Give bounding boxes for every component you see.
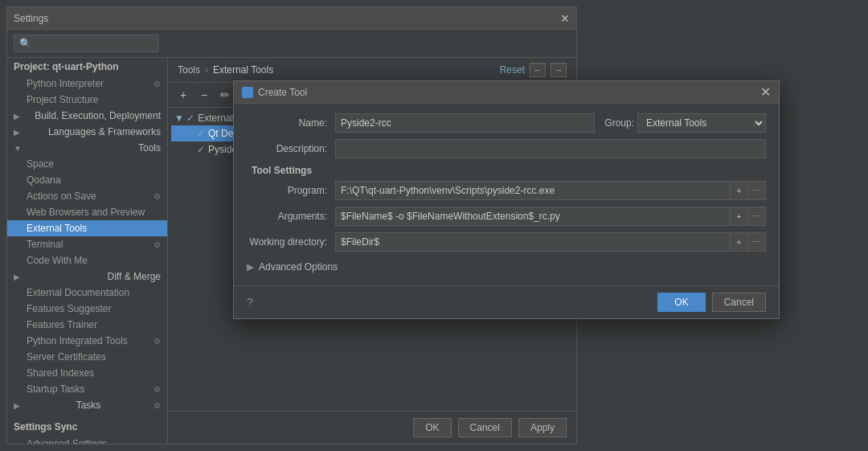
sidebar-item-features-suggester[interactable]: Features Suggester	[7, 301, 167, 317]
gear-icon: ⚙	[154, 192, 161, 201]
sidebar-item-project-structure[interactable]: Project Structure	[7, 92, 167, 108]
name-group-row: Name: Group: External Tools	[247, 113, 766, 133]
program-input[interactable]	[335, 181, 731, 200]
sidebar-item-server-certs[interactable]: Server Certificates	[7, 349, 167, 365]
chevron-right-icon: ▶	[247, 261, 254, 273]
working-dir-label: Working directory:	[247, 236, 335, 248]
name-label: Name:	[247, 117, 335, 129]
check-icon: ✓	[197, 128, 205, 139]
sidebar-item-tasks[interactable]: ▶ Tasks ⚙	[7, 397, 167, 413]
sidebar-item-python-interpreter[interactable]: Python Interpreter ⚙	[7, 76, 167, 92]
arguments-macro-btn[interactable]: ⋯	[748, 207, 766, 226]
dialog-title-label: Create Tool	[258, 87, 307, 98]
sidebar-item-advanced-settings[interactable]: Advanced Settings	[7, 436, 167, 444]
breadcrumb-bar: Tools › External Tools Reset ← →	[168, 58, 576, 83]
apply-button[interactable]: Apply	[518, 418, 567, 437]
sidebar-item-diff[interactable]: ▶ Diff & Merge	[7, 269, 167, 285]
name-field-group: Name:	[247, 113, 595, 133]
gear-icon: ⚙	[154, 240, 161, 249]
chevron-right-icon: ▶	[14, 273, 20, 281]
chevron-down-icon: ▼	[14, 144, 22, 153]
description-row: Description:	[247, 139, 766, 158]
create-tool-dialog: Create Tool ✕ Name: Group: External Tool…	[233, 80, 780, 319]
program-macro-btn[interactable]: ⋯	[748, 181, 766, 200]
sidebar-item-qodana[interactable]: Qodana	[7, 172, 167, 188]
ok-button[interactable]: OK	[413, 418, 451, 437]
breadcrumb: Tools › External Tools	[178, 64, 273, 76]
nav-back-button[interactable]: ←	[530, 63, 546, 77]
help-icon[interactable]: ?	[247, 296, 253, 309]
settings-sync-header: Settings Sync	[7, 418, 167, 436]
group-field-group: Group: External Tools	[604, 113, 766, 133]
reset-button[interactable]: Reset	[500, 64, 525, 76]
bottom-bar: OK Cancel Apply	[168, 411, 576, 444]
working-dir-field-group: + ⋯	[335, 232, 766, 252]
sidebar: Project: qt-uart-Python Python Interpret…	[7, 58, 168, 444]
search-area	[7, 30, 576, 58]
gear-icon: ⚙	[154, 401, 161, 410]
settings-close-button[interactable]: ✕	[560, 12, 570, 25]
program-row: Program: + ⋯	[247, 181, 766, 200]
search-input[interactable]	[14, 35, 158, 52]
check-icon: ✓	[197, 144, 205, 155]
sidebar-item-actions-on-save[interactable]: Actions on Save ⚙	[7, 188, 167, 204]
sidebar-item-external-tools[interactable]: External Tools	[7, 220, 167, 236]
advanced-options-section[interactable]: ▶ Advanced Options	[247, 258, 766, 276]
working-dir-input[interactable]	[335, 232, 731, 252]
edit-tool-button[interactable]: ✏	[216, 86, 234, 104]
project-header: Project: qt-uart-Python	[7, 58, 167, 76]
sidebar-item-shared-indexes[interactable]: Shared Indexes	[7, 365, 167, 381]
arguments-field-group: + ⋯	[335, 207, 766, 226]
gear-icon: ⚙	[154, 80, 161, 88]
group-label: Group:	[604, 117, 634, 129]
chevron-right-icon: ▶	[14, 401, 20, 410]
arguments-browse-btn[interactable]: +	[731, 207, 748, 226]
chevron-right-icon: ▶	[14, 128, 20, 137]
sidebar-item-tools[interactable]: ▼ Tools	[7, 140, 167, 156]
breadcrumb-separator: ›	[205, 64, 208, 76]
sidebar-item-code-with-me[interactable]: Code With Me	[7, 252, 167, 269]
arguments-row: Arguments: + ⋯	[247, 207, 766, 226]
sidebar-item-python-tools[interactable]: Python Integrated Tools ⚙	[7, 333, 167, 349]
program-browse-btn[interactable]: +	[731, 181, 748, 200]
cancel-button[interactable]: Cancel	[458, 418, 512, 437]
advanced-options-label: Advanced Options	[259, 261, 338, 273]
description-label: Description:	[247, 143, 335, 154]
sidebar-item-external-doc[interactable]: External Documentation	[7, 285, 167, 301]
add-tool-button[interactable]: +	[174, 86, 192, 104]
sidebar-item-build[interactable]: ▶ Build, Execution, Deployment	[7, 108, 167, 124]
arguments-label: Arguments:	[247, 211, 335, 222]
sidebar-item-space[interactable]: Space	[7, 156, 167, 172]
sidebar-item-web-browsers[interactable]: Web Browsers and Preview	[7, 204, 167, 220]
program-field-group: + ⋯	[335, 181, 766, 200]
dialog-titlebar: Create Tool ✕	[234, 81, 779, 104]
gear-icon: ⚙	[154, 337, 161, 346]
settings-window-title: Settings	[14, 13, 48, 24]
group-select[interactable]: External Tools	[637, 113, 766, 133]
tool-icon	[242, 87, 253, 98]
working-dir-browse-btn[interactable]: +	[731, 232, 748, 252]
arguments-input[interactable]	[335, 207, 731, 226]
dialog-title: Create Tool	[242, 87, 307, 98]
working-dir-row: Working directory: + ⋯	[247, 232, 766, 252]
program-label: Program:	[247, 185, 335, 196]
remove-tool-button[interactable]: −	[195, 86, 213, 104]
breadcrumb-actions: Reset ← →	[500, 63, 567, 77]
name-input[interactable]	[335, 113, 595, 133]
sidebar-item-terminal[interactable]: Terminal ⚙	[7, 236, 167, 252]
nav-forward-button[interactable]: →	[551, 63, 567, 77]
working-dir-macro-btn[interactable]: ⋯	[748, 232, 766, 252]
sidebar-item-languages[interactable]: ▶ Languages & Frameworks	[7, 124, 167, 140]
description-input[interactable]	[335, 139, 766, 158]
dialog-ok-button[interactable]: OK	[657, 293, 705, 312]
dialog-cancel-button[interactable]: Cancel	[712, 293, 766, 312]
sidebar-item-startup-tasks[interactable]: Startup Tasks ⚙	[7, 381, 167, 397]
settings-titlebar: Settings ✕	[7, 7, 576, 30]
dialog-close-button[interactable]: ✕	[760, 86, 771, 99]
sidebar-item-features-trainer[interactable]: Features Trainer	[7, 317, 167, 333]
dialog-body: Name: Group: External Tools Description:…	[234, 104, 779, 285]
dialog-buttons: OK Cancel	[657, 293, 766, 312]
breadcrumb-root: Tools	[178, 64, 200, 76]
gear-icon: ⚙	[154, 385, 161, 394]
dialog-footer: ? OK Cancel	[234, 285, 779, 318]
